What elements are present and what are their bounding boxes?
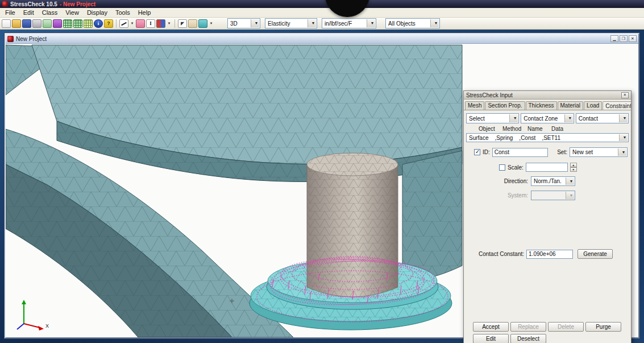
spinner-up-icon[interactable] [570,163,577,167]
edit-button[interactable]: Edit [473,334,509,343]
close-icon[interactable] [621,92,629,98]
system-select [531,191,575,200]
header-name: Name [527,126,543,132]
dialog-titlebar[interactable]: StressCheck Input [464,91,631,100]
header-data: Data [551,126,563,132]
constraint-type-select[interactable]: Contact [576,113,629,123]
save-icon[interactable] [22,19,31,28]
set-select[interactable]: New set [570,147,628,157]
dropdown-arrow-icon[interactable] [167,19,172,28]
dropdown-arrow-icon[interactable] [209,19,214,28]
print-icon[interactable] [32,19,41,28]
selection-row-value: Surface ,Spring ,Const ,SET11 [469,135,560,141]
minimize-icon[interactable] [610,35,618,42]
application-window: StressCheck 10.5 - New Project File Edit… [0,0,644,343]
tab-thickness[interactable]: Thickness [526,101,557,110]
mesh-table-icon[interactable] [63,19,72,28]
select-arrow-icon[interactable] [178,19,187,28]
id-checkbox[interactable] [474,149,480,155]
menu-bar: File Edit Class View Display Tools Help [0,8,644,18]
delete-button[interactable]: Delete [548,322,584,332]
discipline-value: Elasticity [268,20,290,27]
maximize-icon[interactable] [620,35,628,42]
constraint-type-value: Contact [579,115,598,122]
scale-label: Scale: [508,164,523,171]
units-select[interactable]: in/lbf/sec/F [322,18,376,28]
menu-view[interactable]: View [61,9,83,16]
stresscheck-input-dialog: StressCheck Input Mesh Section Prop. Thi… [463,90,631,343]
toolbar-separator [116,19,117,28]
tab-load[interactable]: Load [584,101,602,110]
open-folder-icon[interactable] [12,19,21,28]
action-select[interactable]: Select [466,113,519,123]
pan-icon[interactable] [188,19,197,28]
tab-constraint[interactable]: Constraint [603,101,631,110]
purge-button[interactable]: Purge [585,322,621,332]
menu-edit[interactable]: Edit [19,9,38,16]
layers-icon[interactable] [198,19,207,28]
selection-row-combo[interactable]: Surface ,Spring ,Const ,SET11 [466,133,629,142]
axis-triad-icon: X [11,297,51,332]
scale-spinner[interactable] [570,163,577,172]
model-window-title: New Project [16,36,47,42]
selection-table-headers: Object Method Name Data [464,126,631,133]
line-tool-icon[interactable] [119,19,128,28]
menu-display[interactable]: Display [83,9,111,16]
dimension-value: 3D [230,20,238,27]
tab-mesh[interactable]: Mesh [465,101,484,110]
scale-input[interactable] [526,163,568,172]
dropdown-arrow-icon[interactable] [130,19,135,28]
dialog-tabs: Mesh Section Prop. Thickness Material Lo… [464,100,631,110]
dialog-title: StressCheck Input [466,92,513,98]
dimension-select[interactable]: 3D [227,18,260,28]
app-logo-icon [2,1,8,7]
menu-file[interactable]: File [1,9,19,16]
contact-zone-value: Contact Zone [523,115,558,122]
contact-zone-select[interactable]: Contact Zone [521,113,574,123]
tab-section-prop[interactable]: Section Prop. [485,101,525,110]
model-window-titlebar[interactable]: New Project [6,34,638,44]
generate-button[interactable]: Generate [577,249,613,259]
spinner-down-icon[interactable] [570,167,577,172]
toolbar-separator [174,19,175,28]
close-icon[interactable] [629,35,637,42]
menu-help[interactable]: Help [134,9,155,16]
direction-value: Norm./Tan. [534,178,562,184]
action-value: Select [469,115,485,122]
scale-checkbox[interactable] [499,164,505,171]
export-icon[interactable] [43,19,52,28]
units-value: in/lbf/sec/F [325,20,352,27]
text-tool-icon[interactable] [146,19,155,28]
document-icon [7,36,14,42]
main-toolbar: 3D Elasticity in/lbf/sec/F All Objects [0,18,644,30]
system-label: System: [464,192,531,199]
discipline-select[interactable]: Elasticity [265,18,317,28]
help-icon[interactable] [104,19,113,28]
menu-tools[interactable]: Tools [111,9,134,16]
direction-label: Direction: [464,178,531,184]
accept-button[interactable]: Accept [473,322,509,332]
spreadsheet-icon[interactable] [84,19,93,28]
purple-tool-icon[interactable] [53,19,62,28]
grid-icon[interactable] [73,19,82,28]
objects-select[interactable]: All Objects [385,18,440,28]
contact-constant-label: Contact Constant: [479,251,524,257]
info-icon[interactable] [94,19,103,28]
fill-color-icon[interactable] [156,19,165,28]
set-label: Set: [557,149,567,155]
id-label: ID: [483,149,490,155]
replace-button[interactable]: Replace [510,322,546,332]
deselect-button[interactable]: Deselect [510,334,546,343]
header-method: Method [502,126,521,132]
eraser-icon[interactable] [136,19,145,28]
new-file-icon[interactable] [2,19,11,28]
title-bar: StressCheck 10.5 - New Project [0,0,644,8]
direction-select[interactable]: Norm./Tan. [531,176,575,186]
id-input[interactable] [492,148,548,157]
tab-material[interactable]: Material [558,101,584,110]
menu-class[interactable]: Class [38,9,62,16]
window-title-doc: - New Project [60,1,95,7]
set-value: New set [572,149,593,155]
window-title-app: StressCheck 10.5 [10,1,57,7]
contact-constant-input[interactable] [526,250,573,259]
